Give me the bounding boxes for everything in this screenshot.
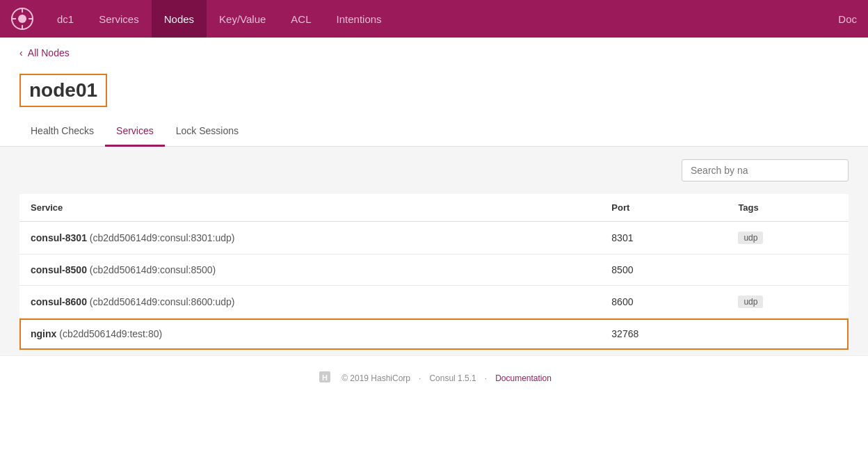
footer-separator2: · <box>485 373 487 383</box>
service-name: consul-8600 <box>31 296 87 307</box>
tab-health-checks[interactable]: Health Checks <box>19 118 105 147</box>
breadcrumb-chevron-icon: ‹ <box>19 47 23 58</box>
col-header-port: Port <box>600 194 727 222</box>
service-id: (cb2dd50614d9:consul:8301:udp) <box>87 232 235 243</box>
table-row[interactable]: consul-8600 (cb2dd50614d9:consul:8600:ud… <box>19 286 849 318</box>
col-header-service: Service <box>19 194 600 222</box>
tag-badge: udp <box>738 232 763 244</box>
tag-badge: udp <box>738 296 763 308</box>
cell-tags: udp <box>727 222 849 255</box>
cell-service: consul-8500 (cb2dd50614d9:consul:8500) <box>19 255 600 286</box>
svg-point-1 <box>18 15 26 23</box>
cell-port: 8301 <box>600 222 727 255</box>
cell-port: 8500 <box>600 255 727 286</box>
footer-logo-icon: H <box>316 369 333 387</box>
top-nav: dc1 Services Nodes Key/Value ACL Intenti… <box>0 0 868 38</box>
cell-port: 32768 <box>600 318 727 350</box>
service-id: (cb2dd50614d9:consul:8500) <box>87 264 216 275</box>
search-input[interactable] <box>682 159 849 181</box>
nav-item-services[interactable]: Services <box>86 0 152 38</box>
breadcrumb: ‹ All Nodes <box>0 38 868 68</box>
service-name: nginx <box>31 328 56 339</box>
table-row[interactable]: consul-8301 (cb2dd50614d9:consul:8301:ud… <box>19 222 849 255</box>
footer-separator: · <box>419 373 421 383</box>
service-name: consul-8301 <box>31 232 87 243</box>
service-id: (cb2dd50614d9:consul:8600:udp) <box>87 296 235 307</box>
cell-service: nginx (cb2dd50614d9:test:80) <box>19 318 600 350</box>
nav-item-keyvalue[interactable]: Key/Value <box>207 0 278 38</box>
table-header: Service Port Tags <box>19 194 849 222</box>
nav-item-nodes[interactable]: Nodes <box>152 0 207 38</box>
table-body: consul-8301 (cb2dd50614d9:consul:8301:ud… <box>19 222 849 350</box>
content-area: Service Port Tags consul-8301 (cb2dd5061… <box>0 147 868 355</box>
cell-tags <box>727 255 849 286</box>
cell-tags <box>727 318 849 350</box>
nav-dc-label[interactable]: dc1 <box>45 13 86 25</box>
services-table: Service Port Tags consul-8301 (cb2dd5061… <box>19 194 849 350</box>
table-row[interactable]: consul-8500 (cb2dd50614d9:consul:8500)85… <box>19 255 849 286</box>
consul-logo-icon <box>11 8 33 30</box>
cell-tags: udp <box>727 286 849 318</box>
footer: H © 2019 HashiCorp · Consul 1.5.1 · Docu… <box>0 355 868 400</box>
cell-service: consul-8600 (cb2dd50614d9:consul:8600:ud… <box>19 286 600 318</box>
page-title-section: node01 <box>0 68 868 107</box>
col-header-tags: Tags <box>727 194 849 222</box>
cell-service: consul-8301 (cb2dd50614d9:consul:8301:ud… <box>19 222 600 255</box>
service-id: (cb2dd50614d9:test:80) <box>56 328 162 339</box>
tab-services[interactable]: Services <box>105 118 165 147</box>
footer-doc-link[interactable]: Documentation <box>495 373 552 383</box>
footer-version: Consul 1.5.1 <box>429 373 476 383</box>
nav-item-acl[interactable]: ACL <box>278 0 323 38</box>
nav-doc-link[interactable]: Doc <box>838 13 857 25</box>
nav-item-intentions[interactable]: Intentions <box>324 0 394 38</box>
tabs-bar: Health Checks Services Lock Sessions <box>0 107 868 147</box>
cell-port: 8600 <box>600 286 727 318</box>
breadcrumb-link[interactable]: All Nodes <box>28 47 70 58</box>
nav-links: Services Nodes Key/Value ACL Intentions <box>86 0 838 38</box>
tab-lock-sessions[interactable]: Lock Sessions <box>165 118 250 147</box>
svg-text:H: H <box>322 373 328 382</box>
search-bar-area <box>19 147 849 194</box>
services-table-wrapper: Service Port Tags consul-8301 (cb2dd5061… <box>19 194 849 350</box>
footer-copyright: © 2019 HashiCorp <box>341 373 410 383</box>
page-title: node01 <box>19 74 107 107</box>
service-name: consul-8500 <box>31 264 87 275</box>
table-row[interactable]: nginx (cb2dd50614d9:test:80)32768 <box>19 318 849 350</box>
